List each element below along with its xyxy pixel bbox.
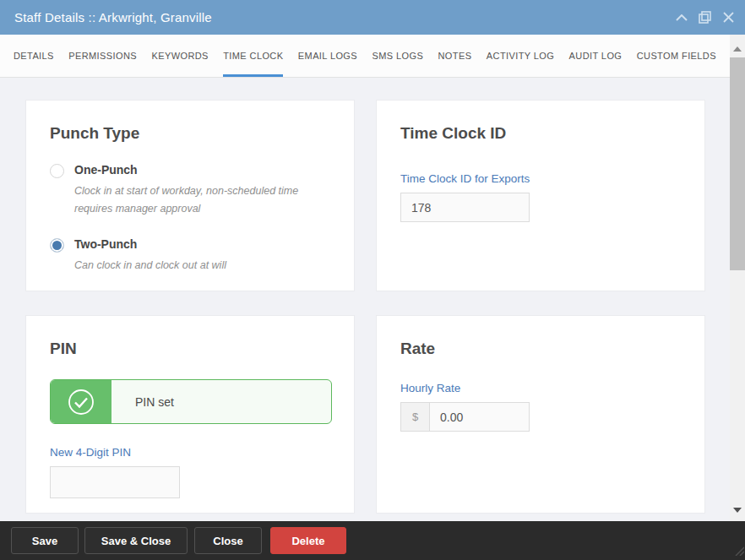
delete-button[interactable]: Delete: [270, 527, 346, 554]
one-punch-radio[interactable]: [50, 164, 64, 178]
one-punch-label[interactable]: One-Punch: [74, 163, 330, 177]
tab-bar: DETAILS PERMISSIONS KEYWORDS TIME CLOCK …: [0, 35, 730, 78]
new-pin-label: New 4-Digit PIN: [50, 446, 330, 459]
two-punch-label[interactable]: Two-Punch: [74, 237, 226, 251]
hourly-rate-input[interactable]: [430, 403, 529, 431]
rate-title: Rate: [400, 340, 681, 358]
punch-type-title: Punch Type: [50, 124, 330, 143]
save-button[interactable]: Save: [11, 527, 79, 554]
vertical-scrollbar: [730, 35, 745, 521]
scroll-down-icon[interactable]: [733, 508, 742, 513]
tab-details[interactable]: DETAILS: [14, 35, 54, 77]
tab-keywords[interactable]: KEYWORDS: [151, 35, 208, 77]
resize-grip-icon[interactable]: [732, 544, 744, 559]
window-title: Staff Details :: Arkwright, Granville: [0, 10, 212, 24]
titlebar: Staff Details :: Arkwright, Granville: [0, 0, 745, 35]
hourly-rate-label: Hourly Rate: [400, 382, 681, 394]
two-punch-option: Two-Punch Can clock in and clock out at …: [50, 237, 330, 275]
hourly-rate-group: $: [400, 402, 530, 432]
tab-email-logs[interactable]: EMAIL LOGS: [298, 35, 357, 77]
tab-activity-log[interactable]: ACTIVITY LOG: [487, 35, 554, 77]
two-punch-radio[interactable]: [50, 238, 64, 253]
pin-card: PIN PIN set New 4-Digit PIN: [25, 315, 355, 514]
new-pin-input[interactable]: [50, 466, 180, 498]
tab-audit-log[interactable]: AUDIT LOG: [569, 35, 623, 77]
two-punch-description: Can clock in and clock out at will: [74, 257, 226, 275]
currency-symbol: $: [401, 403, 430, 431]
scroll-up-icon[interactable]: [733, 46, 742, 52]
check-circle-icon: [51, 380, 111, 423]
one-punch-description: Clock in at start of workday, non-schedu…: [74, 182, 330, 217]
punch-type-card: Punch Type One-Punch Clock in at start o…: [25, 100, 355, 291]
tab-time-clock[interactable]: TIME CLOCK: [223, 35, 283, 77]
close-button[interactable]: Close: [194, 527, 262, 554]
pin-status-alert: PIN set: [50, 379, 332, 424]
time-clock-panel: Punch Type One-Punch Clock in at start o…: [0, 78, 730, 521]
window-controls: [675, 0, 735, 35]
tab-sms-logs[interactable]: SMS LOGS: [372, 35, 423, 77]
action-footer: Save Save & Close Close Delete: [0, 521, 745, 560]
tab-custom-fields[interactable]: CUSTOM FIELDS: [637, 35, 716, 77]
rate-card: Rate Hourly Rate $: [376, 315, 705, 514]
tab-notes[interactable]: NOTES: [438, 35, 472, 77]
time-clock-id-label: Time Clock ID for Exports: [400, 172, 681, 185]
save-and-close-button[interactable]: Save & Close: [84, 527, 188, 554]
pin-status-text: PIN set: [111, 395, 174, 409]
close-icon[interactable]: [722, 11, 735, 24]
scrollbar-thumb[interactable]: [730, 57, 745, 270]
time-clock-id-title: Time Clock ID: [400, 124, 681, 143]
time-clock-id-input[interactable]: [400, 193, 530, 222]
pin-title: PIN: [50, 340, 330, 358]
restore-icon[interactable]: [699, 11, 711, 24]
collapse-icon[interactable]: [675, 11, 688, 24]
tab-permissions[interactable]: PERMISSIONS: [68, 35, 137, 77]
one-punch-option: One-Punch Clock in at start of workday, …: [50, 163, 330, 217]
time-clock-id-card: Time Clock ID Time Clock ID for Exports: [376, 100, 705, 291]
